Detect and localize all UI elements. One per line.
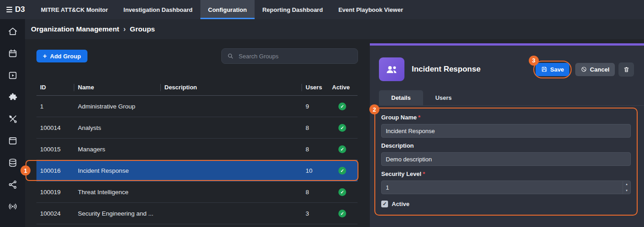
delete-button[interactable]: [618, 62, 634, 77]
cell-name: Threat Intelligence: [74, 189, 161, 196]
header-cell-description: Description: [161, 84, 302, 91]
cell-id: 100014: [36, 124, 74, 131]
d3-logo-icon: [6, 7, 12, 13]
cell-id: 100024: [36, 210, 74, 217]
annotation-badge-2: 2: [369, 104, 379, 114]
active-checkbox[interactable]: [381, 201, 388, 207]
spinner-up-icon[interactable]: [623, 181, 630, 187]
table-row-selected[interactable]: 1 100016 Incident Response 10: [36, 160, 358, 181]
cell-users: 8: [302, 146, 328, 153]
window-icon[interactable]: [8, 136, 18, 146]
trash-icon: [623, 66, 630, 73]
table-row[interactable]: 100019 Threat Intelligence 8: [36, 181, 358, 203]
d3-logo[interactable]: D3: [0, 0, 33, 19]
security-level-input[interactable]: [381, 181, 631, 194]
cell-users: 3: [302, 210, 328, 217]
security-level-field: [381, 181, 631, 194]
security-level-label: Security Level *: [381, 170, 631, 177]
plus-icon: [43, 52, 47, 60]
top-navigation: D3 MITRE ATT&CK Monitor Investigation Da…: [0, 0, 644, 19]
breadcrumb-current: Groups: [130, 25, 155, 33]
search-groups-box: [221, 48, 358, 64]
nav-item-investigation-dashboard[interactable]: Investigation Dashboard: [116, 0, 200, 19]
breadcrumb: Organization Management › Groups: [25, 19, 644, 39]
cell-users: 8: [302, 189, 328, 196]
annotation-badge-1: 1: [20, 165, 31, 175]
active-check-icon: [338, 167, 346, 175]
required-asterisk: *: [423, 170, 425, 177]
cell-users: 10: [302, 167, 328, 174]
active-field: Active: [381, 201, 631, 207]
save-label: Save: [550, 66, 564, 73]
cancel-button[interactable]: Cancel: [575, 63, 615, 76]
home-icon[interactable]: [8, 26, 18, 36]
description-label: Description: [381, 142, 631, 149]
cancel-label: Cancel: [590, 66, 609, 73]
cell-name: Administrative Group: [74, 103, 161, 110]
table-row[interactable]: 1 Administrative Group 9: [36, 96, 358, 117]
nav-item-mitre-attck-monitor[interactable]: MITRE ATT&CK Monitor: [33, 0, 116, 19]
tools-icon[interactable]: [8, 114, 18, 124]
required-asterisk: *: [418, 114, 420, 121]
groups-list-panel: Add Group ID Name Description Users Acti…: [25, 39, 370, 227]
cell-id: 100015: [36, 146, 74, 153]
cell-name: Managers: [74, 146, 161, 153]
group-detail-panel: Incident Response 3 Save Cancel: [370, 43, 644, 227]
puzzle-icon[interactable]: [8, 92, 18, 102]
people-icon: [385, 62, 399, 76]
cell-id: 100016: [36, 167, 74, 174]
active-label: Active: [392, 201, 409, 207]
groups-table: ID Name Description Users Active 1 Admin…: [36, 79, 358, 224]
spinner-down-icon[interactable]: [623, 187, 630, 194]
table-row[interactable]: 100024 Security Engineering and ... 3: [36, 203, 358, 224]
nav-item-configuration[interactable]: Configuration: [200, 0, 255, 19]
group-name-label: Group Name *: [381, 114, 631, 121]
d3-logo-text: D3: [15, 5, 25, 14]
database-icon[interactable]: [8, 158, 18, 168]
nav-item-event-playbook-viewer[interactable]: Event Playbook Viewer: [331, 0, 411, 19]
save-annotation-outline: 3 Save: [533, 61, 572, 78]
tab-details[interactable]: Details: [379, 90, 423, 105]
number-spinner: [623, 181, 630, 194]
groups-toolbar: Add Group: [36, 48, 358, 64]
active-check-icon: [338, 124, 346, 132]
cell-name: Analysts: [74, 124, 161, 131]
cell-id: 100019: [36, 189, 74, 196]
nav-item-reporting-dashboard[interactable]: Reporting Dashboard: [255, 0, 331, 19]
add-group-button[interactable]: Add Group: [36, 50, 87, 62]
header-cell-users: Users: [302, 84, 328, 91]
group-avatar: [379, 57, 404, 81]
search-groups-input[interactable]: [238, 52, 353, 60]
details-form: 2 Group Name * Description Security Leve…: [374, 108, 638, 216]
cell-name: Security Engineering and ...: [74, 210, 161, 217]
breadcrumb-parent[interactable]: Organization Management: [31, 25, 119, 33]
add-group-label: Add Group: [50, 53, 81, 60]
active-check-icon: [338, 145, 346, 153]
detail-tabs: Details Users: [370, 90, 644, 106]
network-icon[interactable]: [8, 180, 18, 190]
save-button[interactable]: Save: [536, 63, 569, 76]
header-actions: 3 Save Cancel: [533, 61, 634, 78]
search-icon: [227, 52, 234, 60]
header-cell-active: Active: [328, 84, 358, 91]
header-cell-name: Name: [74, 84, 161, 91]
detail-panel-header: Incident Response 3 Save Cancel: [370, 46, 644, 81]
table-row[interactable]: 100015 Managers 8: [36, 139, 358, 160]
group-name-input[interactable]: [381, 124, 631, 138]
description-input[interactable]: [381, 152, 631, 166]
annotation-badge-3: 3: [529, 56, 539, 66]
tab-users[interactable]: Users: [423, 90, 464, 105]
cell-id: 1: [36, 103, 74, 110]
cell-name: Incident Response: [74, 167, 161, 174]
table-row[interactable]: 100014 Analysts 8: [36, 117, 358, 139]
calendar-icon[interactable]: [8, 48, 18, 58]
broadcast-icon[interactable]: [8, 201, 18, 212]
breadcrumb-separator: ›: [123, 25, 126, 33]
active-check-icon: [338, 188, 346, 196]
header-cell-id: ID: [36, 84, 74, 91]
icon-sidebar: [0, 19, 25, 227]
media-box-icon[interactable]: [8, 70, 18, 80]
groups-table-header: ID Name Description Users Active: [36, 79, 358, 96]
cell-users: 9: [302, 103, 328, 110]
cell-users: 8: [302, 124, 328, 131]
